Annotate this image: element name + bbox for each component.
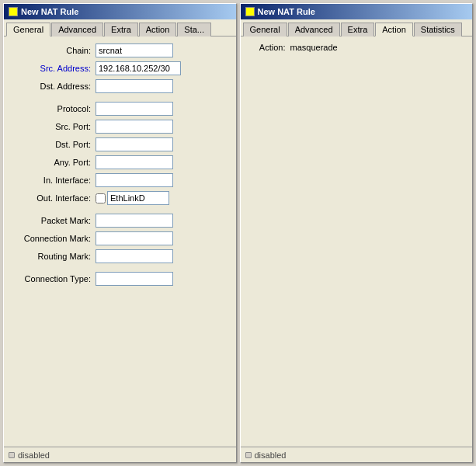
tab-extra-left[interactable]: Extra [104, 23, 138, 37]
left-tab-bar: General Advanced Extra Action Sta... [4, 19, 236, 37]
right-tab-bar: General Advanced Extra Action Statistics [241, 19, 473, 37]
out-interface-checkbox[interactable] [96, 193, 106, 203]
dst-address-row: Dst. Address: [10, 78, 230, 94]
left-nat-rule-window: New NAT Rule General Advanced Extra Acti… [3, 3, 237, 463]
out-interface-input[interactable] [107, 191, 169, 205]
any-port-label: Any. Port: [10, 158, 96, 167]
packet-mark-label: Packet Mark: [10, 216, 96, 225]
any-port-input[interactable] [96, 155, 173, 169]
packet-mark-row: Packet Mark: [10, 213, 230, 228]
src-port-label: Src. Port: [10, 122, 96, 131]
right-title-bar: New NAT Rule [241, 4, 473, 19]
tab-general-right[interactable]: General [243, 23, 287, 37]
tab-advanced-left[interactable]: Advanced [51, 23, 103, 37]
connection-mark-label: Connection Mark: [10, 234, 96, 243]
dst-port-input[interactable] [96, 137, 173, 151]
action-row: Action: masquerade [247, 43, 467, 52]
chain-row: Chain: [10, 43, 230, 58]
tab-action-left[interactable]: Action [139, 23, 177, 37]
src-address-input[interactable] [96, 61, 181, 75]
left-status-bar: disabled [4, 447, 236, 462]
src-address-row: Src. Address: [10, 61, 230, 76]
right-status-indicator [245, 452, 252, 458]
src-address-label: Src. Address: [10, 64, 96, 73]
left-status-indicator [9, 452, 15, 458]
left-title-bar: New NAT Rule [4, 4, 236, 19]
routing-mark-row: Routing Mark: [10, 249, 230, 264]
left-window-icon [9, 7, 18, 16]
left-window-title: New NAT Rule [21, 7, 78, 16]
dst-address-input[interactable] [96, 79, 173, 93]
tab-general-left[interactable]: General [6, 23, 50, 37]
tab-advanced-right[interactable]: Advanced [288, 23, 340, 37]
src-port-row: Src. Port: [10, 119, 230, 134]
tab-action-right[interactable]: Action [375, 23, 413, 37]
left-status-text: disabled [18, 450, 50, 460]
routing-mark-input[interactable] [96, 249, 173, 263]
chain-input[interactable] [96, 43, 173, 57]
src-port-input[interactable] [96, 120, 173, 134]
dst-address-label: Dst. Address: [10, 82, 96, 91]
packet-mark-input[interactable] [96, 214, 173, 228]
any-port-row: Any. Port: [10, 155, 230, 170]
tab-sta-left[interactable]: Sta... [177, 23, 211, 37]
dst-port-row: Dst. Port: [10, 137, 230, 152]
in-interface-label: In. Interface: [10, 176, 96, 185]
tab-statistics-right[interactable]: Statistics [414, 23, 462, 37]
out-interface-label: Out. Interface: [10, 193, 96, 203]
connection-type-row: Connection Type: [10, 271, 230, 287]
right-status-text: disabled [255, 450, 287, 460]
protocol-row: Protocol: [10, 101, 230, 116]
protocol-label: Protocol: [10, 104, 96, 113]
dst-port-label: Dst. Port: [10, 140, 96, 149]
connection-type-label: Connection Type: [10, 274, 96, 283]
in-interface-row: In. Interface: [10, 172, 230, 188]
left-content: Chain: Src. Address: Dst. Address: Proto… [4, 37, 236, 447]
action-label: Action: [247, 43, 286, 52]
chain-label: Chain: [10, 46, 96, 55]
right-nat-rule-window: New NAT Rule General Advanced Extra Acti… [240, 3, 474, 463]
connection-mark-row: Connection Mark: [10, 231, 230, 246]
protocol-input[interactable] [96, 102, 173, 116]
right-window-icon [245, 7, 255, 16]
out-interface-row: Out. Interface: [10, 190, 230, 206]
right-status-bar: disabled [241, 447, 473, 462]
connection-type-input[interactable] [96, 272, 173, 286]
connection-mark-input[interactable] [96, 231, 173, 245]
out-interface-check-row [96, 191, 169, 205]
right-content: Action: masquerade [241, 37, 473, 447]
action-value: masquerade [290, 43, 338, 52]
tab-extra-right[interactable]: Extra [341, 23, 375, 37]
routing-mark-label: Routing Mark: [10, 252, 96, 261]
in-interface-input[interactable] [96, 173, 173, 187]
right-window-title: New NAT Rule [258, 7, 315, 16]
